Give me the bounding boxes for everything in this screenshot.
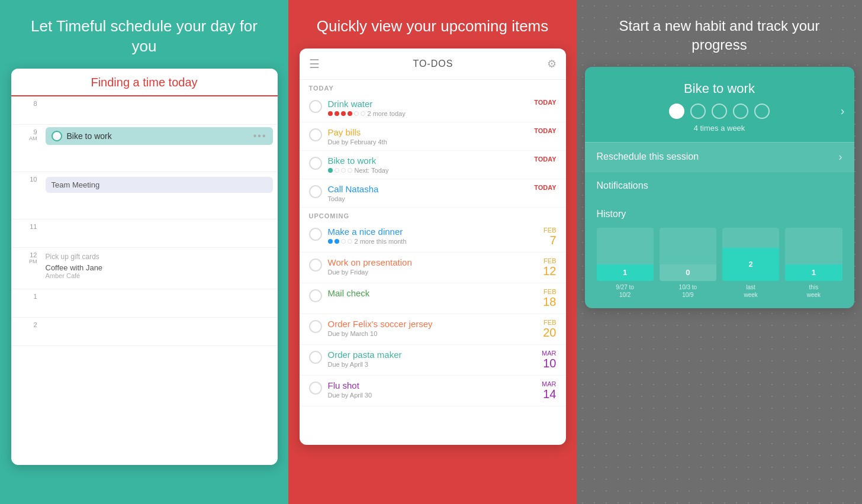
dot <box>334 239 339 244</box>
cal-row-12: 12PM Pick up gift cards Coffee with Jane… <box>11 248 278 289</box>
todo-sub: Today <box>328 195 529 202</box>
todo-date: TODAY <box>534 99 556 106</box>
date-month-label: FEB <box>543 288 556 295</box>
todo-date: MAR 14 <box>542 380 556 401</box>
habit-circle-1 <box>669 104 684 119</box>
cal-content-1 <box>41 289 278 294</box>
todo-name: Pay bills <box>328 127 529 137</box>
schedule-card: Finding a time today 8 9AM Bike to work … <box>11 69 278 465</box>
habit-name: Bike to work <box>597 81 842 96</box>
todo-circle[interactable] <box>309 157 322 170</box>
todo-call-natasha[interactable]: Call Natasha Today TODAY <box>300 179 566 208</box>
dots-row <box>328 111 365 116</box>
card1-top-bar: Finding a time today <box>11 69 278 96</box>
todo-info: Drink water 2 more today <box>328 99 529 117</box>
habit-circle-4 <box>733 104 748 119</box>
date-num: 18 <box>543 295 556 309</box>
calendar-body: 8 9AM Bike to work ••• 10 Team Meetin <box>11 96 278 346</box>
todo-name: Order Felix's soccer jersey <box>328 319 538 329</box>
dot <box>361 111 365 116</box>
todo-circle[interactable] <box>309 351 322 364</box>
dots-row <box>328 168 352 173</box>
todo-sub: 2 more today <box>328 110 529 117</box>
time-2: 2 <box>11 318 41 328</box>
dot <box>341 239 346 244</box>
menu-icon[interactable]: ☰ <box>309 57 320 71</box>
cal-content-10: Team Meeting <box>41 172 278 195</box>
date-num: 10 <box>542 357 556 370</box>
history-bar-fill-4: 1 <box>785 264 842 281</box>
todo-sub-text: 2 more today <box>368 110 406 117</box>
todo-info: Call Natasha Today <box>328 184 529 202</box>
dot <box>348 168 352 173</box>
habit-circles <box>597 104 842 119</box>
todo-soccer-jersey[interactable]: Order Felix's soccer jersey Due by March… <box>300 314 566 345</box>
event-team-meeting[interactable]: Team Meeting <box>46 177 273 193</box>
event-bike-to-work[interactable]: Bike to work ••• <box>46 127 273 145</box>
todo-circle[interactable] <box>309 228 322 241</box>
history-bar-fill-1: 1 <box>597 264 654 281</box>
cal-row-2: 2 <box>11 318 278 346</box>
date-today-label: TODAY <box>534 127 556 134</box>
todo-date: MAR 10 <box>542 350 556 370</box>
todo-flu-shot[interactable]: Flu shot Due by April 30 MAR 14 <box>300 376 566 406</box>
habit-chevron-icon[interactable]: › <box>841 104 845 118</box>
history-label-3: lastweek <box>744 283 757 299</box>
cal-content-2 <box>41 318 278 322</box>
todo-date: FEB 18 <box>543 288 556 309</box>
history-label-4: thisweek <box>807 283 821 299</box>
todo-name: Call Natasha <box>328 184 529 194</box>
date-num: 14 <box>542 387 556 401</box>
todo-date: FEB 12 <box>543 257 556 278</box>
history-bar-fill-2: 0 <box>660 264 716 281</box>
todo-circle[interactable] <box>309 320 322 333</box>
history-bar-wrap-1: 1 <box>597 228 654 281</box>
todo-circle[interactable] <box>309 100 322 113</box>
todo-name: Drink water <box>328 99 529 109</box>
panel-schedule: Let Timeful schedule your day for you Fi… <box>0 0 288 504</box>
cal-row-10: 10 Team Meeting <box>11 172 278 219</box>
date-today-label: TODAY <box>534 184 556 191</box>
panel-habits: Start a new habit and track your progres… <box>577 0 862 504</box>
history-title: History <box>597 209 842 219</box>
todo-pay-bills[interactable]: Pay bills Due by February 4th TODAY <box>300 122 566 151</box>
dots-row <box>328 239 352 244</box>
panel-todos: Quickly view your upcoming items ☰ TO-DO… <box>288 0 577 504</box>
todo-info: Work on presentation Due by Friday <box>328 257 538 276</box>
reschedule-chevron-icon: › <box>839 151 842 163</box>
habit-frequency: 4 times a week <box>597 124 842 133</box>
event-coffee-jane[interactable]: Coffee with Jane <box>46 263 273 272</box>
todos-header-bar: ☰ TO-DOS ⚙ <box>300 49 566 80</box>
todo-name: Work on presentation <box>328 257 538 267</box>
todo-presentation[interactable]: Work on presentation Due by Friday FEB 1… <box>300 253 566 283</box>
dot <box>354 111 359 116</box>
todo-mail-check[interactable]: Mail check FEB 18 <box>300 283 566 314</box>
todo-circle[interactable] <box>309 185 322 198</box>
dot <box>341 111 346 116</box>
habit-top-section: Bike to work 4 times a week › <box>585 67 854 142</box>
todo-circle[interactable] <box>309 259 322 272</box>
cal-row-8: 8 <box>11 96 278 125</box>
todo-circle[interactable] <box>309 128 322 141</box>
todo-circle[interactable] <box>309 289 322 302</box>
todo-drink-water[interactable]: Drink water 2 more today TODAY <box>300 94 566 122</box>
todo-pasta-maker[interactable]: Order pasta maker Due by April 3 MAR 10 <box>300 345 566 376</box>
habit-circle-5 <box>754 104 770 119</box>
date-month-label: MAR <box>542 380 556 387</box>
cal-row-11: 11 <box>11 219 278 248</box>
date-num: 20 <box>543 326 556 340</box>
todo-bike-to-work[interactable]: Bike to work Next: Today TODAY <box>300 151 566 179</box>
event-circle-bike <box>52 131 62 141</box>
todo-sub: Due by April 30 <box>328 392 536 399</box>
cal-content-11 <box>41 219 278 224</box>
reschedule-section[interactable]: Reschedule this session › <box>585 142 854 172</box>
gear-icon[interactable]: ⚙ <box>547 57 557 70</box>
todos-card: ☰ TO-DOS ⚙ TODAY Drink water <box>300 49 566 445</box>
time-1: 1 <box>11 289 41 300</box>
history-col-1: 1 9/27 to10/2 <box>597 228 654 299</box>
history-label-2: 10/3 to10/9 <box>679 283 697 299</box>
todo-make-dinner[interactable]: Make a nice dinner 2 more this month FEB… <box>300 222 566 253</box>
dot <box>328 239 333 244</box>
todo-circle[interactable] <box>309 382 322 395</box>
todo-sub-text: Next: Today <box>355 167 389 174</box>
